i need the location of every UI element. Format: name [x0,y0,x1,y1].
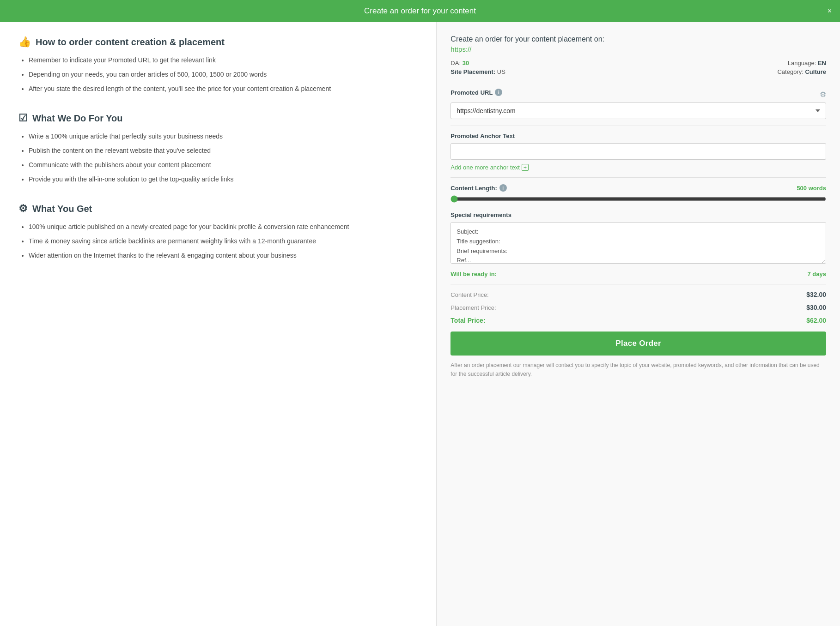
section-what-you-get-title: ⚙ What You Get [18,203,418,215]
category-value: Culture [805,68,826,75]
content-length-slider[interactable] [450,195,826,203]
section-what-you-get-heading: What You Get [32,204,92,214]
ready-value: 7 days [808,271,826,277]
add-anchor-text-link[interactable]: Add one more anchor text + [450,164,529,171]
section-what-you-get: ⚙ What You Get 100% unique article publi… [18,203,418,260]
list-item: 100% unique article published on a newly… [29,222,418,232]
list-item: After you state the desired length of th… [29,84,418,94]
category-info: Category: Culture [777,68,826,75]
section-what-we-do-title: ☑ What We Do For You [18,112,418,124]
ready-label: Will be ready in: [450,271,497,277]
content-length-label: Content Length: i [450,184,506,192]
divider [450,82,826,82]
list-item: Publish the content on the relevant webs… [29,146,418,156]
settings-icon[interactable]: ⚙ [820,90,826,99]
add-anchor-text-label: Add one more anchor text [450,164,520,171]
total-price-row: Total Price: $62.00 [450,317,826,324]
list-item: Depending on your needs, you can order a… [29,70,418,79]
list-item: Write a 100% unique article that perfect… [29,132,418,141]
language-label: Language: [788,60,816,66]
modal-header: Create an order for your content × [0,0,840,22]
content-length-info-icon[interactable]: i [499,184,507,192]
content-length-row: Content Length: i 500 words [450,184,826,192]
category-label: Category: [777,68,803,75]
placement-price-value: $30.00 [806,304,826,311]
section-what-we-do: ☑ What We Do For You Write a 100% unique… [18,112,418,184]
section-how-to-order-heading: How to order content creation & placemen… [36,37,225,48]
section-what-we-do-heading: What We Do For You [32,113,123,124]
language-info: Language: EN [788,60,826,66]
divider2 [450,126,826,126]
plus-icon: + [522,164,529,171]
gear-section-icon: ⚙ [18,203,28,215]
total-price-label: Total Price: [450,317,485,324]
section-how-to-order-title: 👍 How to order content creation & placem… [18,36,418,48]
list-item: Provide you with the all-in-one solution… [29,175,418,184]
modal-title: Create an order for your content [364,6,476,15]
panel-heading: Create an order for your content placeme… [450,35,826,43]
section-how-to-order: 👍 How to order content creation & placem… [18,36,418,94]
promoted-url-select[interactable]: https://dentistny.com [450,102,826,119]
section-what-we-do-list: Write a 100% unique article that perfect… [18,132,418,184]
da-value: 30 [463,60,469,66]
order-note: After an order placement our manager wil… [450,361,826,379]
thumbs-up-icon: 👍 [18,36,31,48]
promoted-url-info-icon[interactable]: i [495,89,502,96]
language-value: EN [818,60,826,66]
close-icon[interactable]: × [828,7,832,15]
site-placement-info: Site Placement: US [450,68,505,75]
divider4 [450,284,826,284]
modal-body: 👍 How to order content creation & placem… [0,22,840,626]
checkbox-icon: ☑ [18,112,28,124]
da-info: DA: 30 [450,60,469,66]
promoted-url-label: Promoted URL i [450,89,502,96]
site-placement-value: US [497,68,505,75]
anchor-text-label: Promoted Anchor Text [450,133,826,139]
content-price-value: $32.00 [806,291,826,298]
list-item: Wider attention on the Internet thanks t… [29,251,418,260]
site-placement-label: Site Placement: [450,68,495,75]
meta-row-da: DA: 30 Language: EN [450,60,826,66]
list-item: Remember to indicate your Promoted URL t… [29,55,418,65]
list-item: Communicate with the publishers about yo… [29,160,418,170]
content-price-label: Content Price: [450,291,488,298]
special-req-label: Special requirements [450,211,826,218]
section-how-to-order-list: Remember to indicate your Promoted URL t… [18,55,418,94]
total-price-value: $62.00 [806,317,826,324]
place-order-button[interactable]: Place Order [450,332,826,356]
left-panel: 👍 How to order content creation & placem… [0,22,437,626]
right-panel: Create an order for your content placeme… [437,22,840,626]
placement-price-label: Placement Price: [450,304,496,311]
content-length-value: 500 words [797,185,826,192]
section-what-you-get-list: 100% unique article published on a newly… [18,222,418,260]
content-price-row: Content Price: $32.00 [450,291,826,298]
meta-row-placement: Site Placement: US Category: Culture [450,68,826,75]
ready-row: Will be ready in: 7 days [450,271,826,277]
panel-url[interactable]: https:// [450,45,826,53]
content-length-slider-container [450,195,826,204]
divider3 [450,177,826,178]
placement-price-row: Placement Price: $30.00 [450,304,826,311]
da-label: DA: [450,60,461,66]
anchor-text-input[interactable] [450,143,826,160]
special-req-textarea[interactable]: Subject: Title suggestion: Brief require… [450,222,826,264]
promoted-url-field-header: Promoted URL i ⚙ [450,89,826,100]
list-item: Time & money saving since article backli… [29,236,418,246]
